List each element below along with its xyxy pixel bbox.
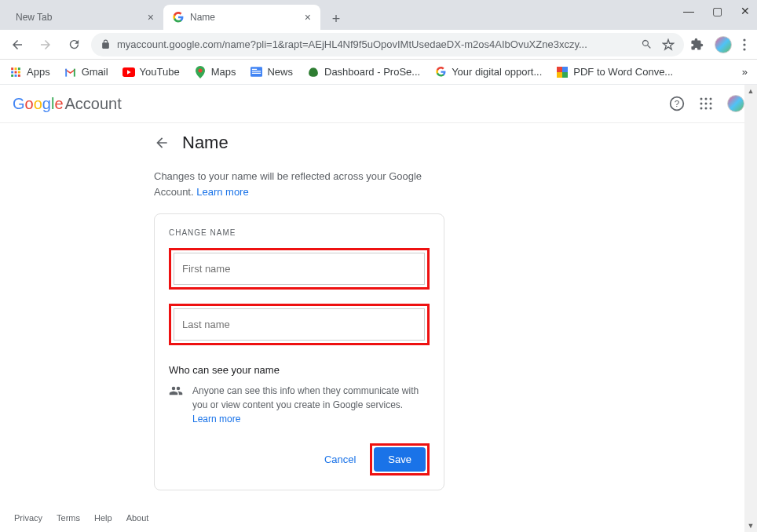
- card-label: CHANGE NAME: [169, 228, 430, 237]
- svg-point-26: [710, 98, 712, 100]
- menu-icon[interactable]: [743, 38, 746, 51]
- bookmarks-overflow-icon[interactable]: »: [742, 66, 748, 78]
- lock-icon: [101, 39, 111, 49]
- help-icon[interactable]: ?: [669, 96, 685, 111]
- svg-rect-7: [15, 71, 17, 73]
- who-desc: Anyone can see this info when they commu…: [192, 384, 430, 426]
- tab-title: New Tab: [16, 12, 52, 23]
- page-description: Changes to your name will be reflected a…: [154, 162, 443, 213]
- browser-toolbar: myaccount.google.com/name?pli=1&rapt=AEj…: [0, 30, 757, 60]
- last-name-input[interactable]: [174, 308, 425, 341]
- svg-point-2: [743, 48, 745, 50]
- svg-point-1: [743, 43, 745, 46]
- last-name-highlight: [169, 304, 430, 345]
- google-logo: Google: [13, 95, 64, 113]
- browser-tab-strip: New Tab × Name × + — ▢ ✕: [0, 0, 757, 30]
- svg-point-30: [700, 107, 703, 110]
- bookmark-maps[interactable]: Maps: [194, 66, 236, 78]
- svg-rect-4: [15, 67, 17, 70]
- svg-point-28: [705, 103, 708, 105]
- bookmark-dashboard[interactable]: Dashboard - ProSe...: [307, 66, 420, 78]
- footer-help[interactable]: Help: [94, 513, 112, 523]
- svg-point-31: [705, 107, 708, 110]
- svg-rect-8: [18, 71, 20, 73]
- svg-rect-6: [11, 71, 13, 73]
- pdf-icon: [556, 66, 569, 78]
- learn-more-link[interactable]: Learn more: [196, 186, 248, 198]
- svg-rect-5: [18, 67, 20, 70]
- svg-rect-17: [252, 73, 261, 74]
- page-subheader: Name: [0, 123, 757, 162]
- svg-rect-18: [557, 67, 562, 72]
- svg-rect-20: [557, 72, 562, 78]
- bookmark-label: Gmail: [82, 66, 108, 78]
- cancel-button[interactable]: Cancel: [321, 447, 359, 472]
- close-window-icon[interactable]: ✕: [738, 5, 752, 17]
- close-icon[interactable]: ×: [305, 11, 311, 24]
- bookmark-label: Your digital opport...: [452, 66, 542, 78]
- svg-rect-15: [252, 69, 257, 70]
- bookmark-pdf[interactable]: PDF to Word Conve...: [556, 66, 673, 78]
- bookmark-label: Maps: [211, 66, 236, 78]
- svg-rect-10: [15, 74, 17, 76]
- save-highlight: Save: [370, 443, 430, 476]
- svg-point-0: [743, 38, 745, 41]
- people-icon: [169, 384, 183, 426]
- minimize-icon[interactable]: —: [682, 5, 696, 17]
- svg-rect-21: [562, 72, 568, 78]
- first-name-input[interactable]: [174, 253, 425, 285]
- youtube-icon: [123, 66, 135, 78]
- reload-button[interactable]: [63, 34, 85, 56]
- url-text: myaccount.google.com/name?pli=1&rapt=AEj…: [117, 38, 634, 50]
- footer-terms[interactable]: Terms: [57, 513, 80, 523]
- svg-rect-3: [11, 67, 13, 70]
- back-arrow-icon[interactable]: [154, 135, 170, 151]
- back-button[interactable]: [6, 34, 28, 56]
- maximize-icon[interactable]: ▢: [710, 5, 724, 17]
- close-icon[interactable]: ×: [148, 11, 154, 24]
- bookmarks-bar: Apps Gmail YouTube Maps News Dashboard -…: [0, 60, 757, 85]
- forward-button[interactable]: [35, 34, 57, 56]
- gmail-icon: [64, 66, 77, 78]
- button-row: Cancel Save: [169, 443, 430, 476]
- who-learn-more-link[interactable]: Learn more: [192, 414, 240, 425]
- who-desc-text: Anyone can see this info when they commu…: [192, 385, 419, 410]
- profile-avatar[interactable]: [715, 36, 732, 53]
- svg-point-29: [710, 103, 712, 105]
- address-bar[interactable]: myaccount.google.com/name?pli=1&rapt=AEj…: [91, 33, 684, 56]
- browser-tab-name[interactable]: Name ×: [163, 5, 320, 30]
- change-name-card: CHANGE NAME Who can see your name Anyone…: [154, 213, 444, 490]
- maps-icon: [194, 66, 207, 78]
- vertical-scrollbar[interactable]: ▲ ▼: [744, 85, 757, 532]
- bookmark-gmail[interactable]: Gmail: [64, 66, 108, 78]
- account-avatar[interactable]: [727, 95, 744, 112]
- footer-privacy[interactable]: Privacy: [14, 513, 42, 523]
- tab-title: Name: [190, 12, 215, 23]
- first-name-highlight: [169, 248, 430, 290]
- bookmark-apps[interactable]: Apps: [9, 66, 50, 78]
- star-icon[interactable]: [662, 38, 675, 51]
- zoom-icon[interactable]: [641, 38, 653, 50]
- svg-rect-11: [18, 74, 20, 76]
- bookmark-label: Dashboard - ProSe...: [324, 66, 420, 78]
- bookmark-youtube[interactable]: YouTube: [123, 66, 180, 78]
- svg-point-32: [710, 107, 712, 110]
- apps-grid-icon[interactable]: [699, 97, 713, 111]
- scroll-up-icon[interactable]: ▲: [744, 85, 757, 97]
- svg-point-25: [705, 98, 708, 100]
- bookmark-label: Apps: [27, 66, 50, 78]
- svg-point-24: [700, 98, 703, 100]
- svg-rect-19: [562, 67, 568, 72]
- svg-rect-9: [11, 74, 13, 76]
- new-tab-button[interactable]: +: [325, 8, 347, 30]
- browser-tab-newtab[interactable]: New Tab ×: [6, 5, 163, 30]
- extensions-icon[interactable]: [690, 38, 704, 51]
- google-favicon: [173, 12, 184, 23]
- save-button[interactable]: Save: [374, 447, 426, 472]
- account-word: Account: [65, 95, 122, 113]
- svg-rect-16: [252, 71, 261, 71]
- scroll-down-icon[interactable]: ▼: [744, 519, 757, 532]
- bookmark-digital[interactable]: Your digital opport...: [434, 66, 542, 78]
- footer-about[interactable]: About: [126, 513, 149, 523]
- bookmark-news[interactable]: News: [250, 66, 293, 78]
